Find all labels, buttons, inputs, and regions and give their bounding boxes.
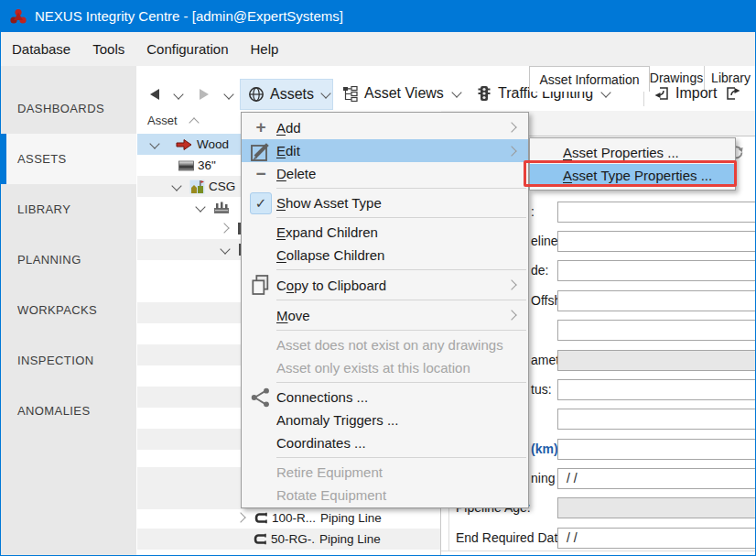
menu-item-asset-not-on-drawings: Asset does not exist on any drawings xyxy=(242,333,528,356)
field-input[interactable] xyxy=(557,409,756,430)
menu-configuration[interactable]: Configuration xyxy=(135,32,239,66)
tree-row-label: Wood xyxy=(197,137,229,151)
menu-item-copy-to-clipboard[interactable]: Copy to Clipboard xyxy=(242,273,528,297)
sidebar-item-assets[interactable]: ASSETS xyxy=(1,134,136,184)
chevron-down-icon xyxy=(320,88,330,98)
submenu-item-asset-properties[interactable]: Asset Properties ... xyxy=(530,141,735,164)
expand-collapse-icon[interactable] xyxy=(171,180,181,191)
menu-item-coordinates[interactable]: Coordinates ... xyxy=(242,431,528,454)
unit-label: (km) xyxy=(531,442,558,456)
tab-drawings[interactable]: Drawings xyxy=(649,66,705,90)
app-logo-icon xyxy=(10,8,27,25)
nav-back-dropdown-icon[interactable] xyxy=(173,89,183,99)
title-bar: NEXUS Integrity Centre - [admin@ExpertSy… xyxy=(1,0,755,32)
pipe-section-icon xyxy=(178,160,194,171)
field-label: (km) xyxy=(531,439,558,460)
tree-column-header[interactable]: Asset xyxy=(147,114,198,127)
submenu-arrow-icon xyxy=(506,146,516,156)
sidebar: DASHBOARDS ASSETS LIBRARY PLANNING WORKP… xyxy=(1,66,136,555)
menu-separator xyxy=(276,217,526,218)
context-menu: + Add Edit − Delete ✓ Show Asset Type Ex… xyxy=(241,112,529,508)
sidebar-item-inspection[interactable]: INSPECTION xyxy=(1,335,136,386)
sidebar-item-anomalies[interactable]: ANOMALIES xyxy=(1,386,136,436)
assets-button-label: Assets xyxy=(270,86,314,103)
nav-forward-dropdown-icon[interactable] xyxy=(223,89,233,99)
menu-item-asset-only-this-location: Asset only exists at this location xyxy=(242,356,528,379)
field-input-disabled xyxy=(557,350,756,371)
field-input[interactable] xyxy=(557,260,756,281)
field-input-disabled xyxy=(557,497,756,518)
field-input[interactable] xyxy=(557,202,756,223)
copy-icon xyxy=(250,274,272,296)
sort-ascending-icon xyxy=(189,117,199,127)
nav-forward-icon[interactable] xyxy=(200,89,209,100)
menu-item-collapse-children[interactable]: Collapse Children xyxy=(242,244,528,267)
assets-button[interactable]: Assets xyxy=(240,79,333,110)
menu-separator xyxy=(276,457,526,458)
sidebar-item-planning[interactable]: PLANNING xyxy=(1,234,136,285)
plant-site-icon xyxy=(189,180,205,194)
connections-icon xyxy=(250,387,272,409)
menu-item-show-asset-type[interactable]: ✓ Show Asset Type xyxy=(242,191,528,214)
form-group-border xyxy=(441,551,756,551)
sidebar-item-library[interactable]: LIBRARY xyxy=(1,184,136,234)
field-label: End Required Date: xyxy=(456,528,568,549)
menu-item-expand-children[interactable]: Expand Children xyxy=(242,221,528,244)
expand-collapse-icon[interactable] xyxy=(149,138,159,148)
menu-item-delete[interactable]: − Delete xyxy=(242,162,528,185)
menu-database[interactable]: Database xyxy=(1,32,81,66)
sidebar-item-dashboards[interactable]: DASHBOARDS xyxy=(1,83,136,134)
menu-item-retire-equipment: Retire Equipment xyxy=(242,461,528,484)
tree-column-header-label: Asset xyxy=(147,114,178,127)
menu-item-rotate-equipment: Rotate Equipment xyxy=(242,484,528,507)
field-input[interactable] xyxy=(557,290,756,311)
globe-icon xyxy=(248,86,265,103)
menu-help[interactable]: Help xyxy=(239,32,289,66)
field-input[interactable]: / / xyxy=(557,528,756,549)
window-title: NEXUS Integrity Centre - [admin@ExpertSy… xyxy=(35,8,343,24)
form-row: End Required Date: / / xyxy=(136,528,756,549)
tree-row-label: CSG xyxy=(209,180,235,193)
chevron-down-icon xyxy=(451,87,461,97)
nav-back-icon[interactable] xyxy=(150,89,159,100)
edit-submenu: Asset Properties ... Asset Type Properti… xyxy=(529,137,736,191)
minus-icon: − xyxy=(250,163,272,185)
field-label: de: xyxy=(531,260,548,281)
tree-row-label: 36" xyxy=(198,158,216,172)
menu-separator xyxy=(276,300,526,300)
menu-item-move[interactable]: Move xyxy=(242,303,528,327)
field-input[interactable] xyxy=(557,231,756,252)
field-input[interactable] xyxy=(557,379,756,400)
field-input[interactable] xyxy=(557,439,756,460)
plus-icon: + xyxy=(250,116,272,138)
asset-views-button[interactable]: Asset Views xyxy=(337,79,470,108)
tab-library[interactable]: Library xyxy=(705,66,756,90)
asset-views-icon xyxy=(342,86,358,102)
submenu-arrow-icon xyxy=(506,279,516,289)
submenu-item-asset-type-properties[interactable]: Asset Type Properties ... xyxy=(530,164,735,187)
tab-asset-information[interactable]: Asset Information xyxy=(529,66,650,92)
field-input[interactable]: / / xyxy=(557,468,756,489)
menu-item-anomaly-triggers[interactable]: Anomaly Triggers ... xyxy=(242,409,528,431)
menu-separator xyxy=(276,188,526,189)
asset-views-button-label: Asset Views xyxy=(364,85,444,102)
menu-separator xyxy=(276,382,526,383)
field-label: : xyxy=(531,202,535,223)
submenu-arrow-icon xyxy=(506,122,516,132)
menu-bar: Database Tools Configuration Help xyxy=(1,32,755,66)
checked-checkmark-icon: ✓ xyxy=(250,192,272,214)
traffic-light-icon xyxy=(477,85,491,102)
menu-separator xyxy=(276,330,526,331)
field-input[interactable] xyxy=(557,320,756,341)
sidebar-item-workpacks[interactable]: WORKPACKS xyxy=(1,285,136,335)
red-arrow-icon xyxy=(176,138,192,151)
menu-tools[interactable]: Tools xyxy=(81,32,135,66)
edit-pencil-icon xyxy=(250,140,272,162)
menu-separator xyxy=(276,269,526,270)
field-label: tus: xyxy=(531,379,552,400)
menu-item-connections[interactable]: Connections ... xyxy=(242,386,528,409)
menu-item-edit[interactable]: Edit xyxy=(242,139,528,162)
application-window: NEXUS Integrity Centre - [admin@ExpertSy… xyxy=(0,0,756,556)
submenu-arrow-icon xyxy=(506,310,516,320)
menu-item-add[interactable]: + Add xyxy=(242,115,528,139)
